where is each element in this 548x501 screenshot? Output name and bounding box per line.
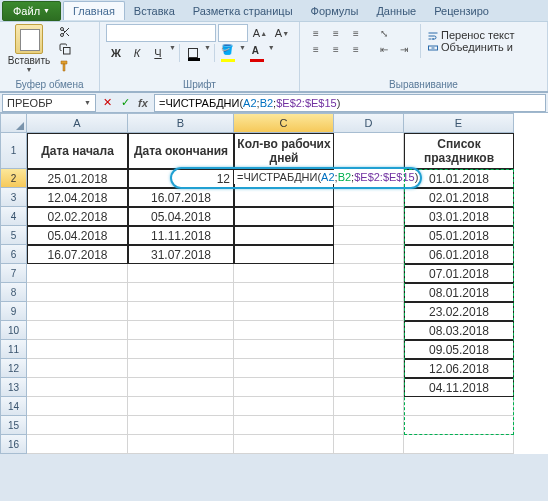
cell-B4[interactable]: 05.04.2018 (128, 207, 234, 226)
cell-D16[interactable] (334, 435, 404, 454)
cell-C14[interactable] (234, 397, 334, 416)
cell-B10[interactable] (128, 321, 234, 340)
cell-D7[interactable] (334, 264, 404, 283)
cell-D11[interactable] (334, 340, 404, 359)
row-header-8[interactable]: 8 (0, 283, 27, 302)
tab-home[interactable]: Главная (63, 1, 125, 20)
cell-B6[interactable]: 31.07.2018 (128, 245, 234, 264)
cell-D12[interactable] (334, 359, 404, 378)
cell-C4[interactable] (234, 207, 334, 226)
cell-E13[interactable]: 04.11.2018 (404, 378, 514, 397)
cell-B7[interactable] (128, 264, 234, 283)
cell-E16[interactable] (404, 435, 514, 454)
cell-B14[interactable] (128, 397, 234, 416)
cell-C13[interactable] (234, 378, 334, 397)
cell-B1[interactable]: Дата окончания (128, 133, 234, 169)
row-header-3[interactable]: 3 (0, 188, 27, 207)
orientation-button[interactable]: ⤡ (374, 25, 394, 41)
cell-D1[interactable] (334, 133, 404, 169)
cell-C6[interactable] (234, 245, 334, 264)
cell-E5[interactable]: 05.01.2018 (404, 226, 514, 245)
row-header-9[interactable]: 9 (0, 302, 27, 321)
row-header-7[interactable]: 7 (0, 264, 27, 283)
cell-E3[interactable]: 02.01.2018 (404, 188, 514, 207)
align-right-button[interactable]: ≡ (346, 41, 366, 57)
font-size-select[interactable] (218, 24, 248, 42)
col-header-B[interactable]: B (128, 113, 234, 133)
row-header-2[interactable]: 2 (0, 169, 27, 188)
cell-E15[interactable] (404, 416, 514, 435)
cell-D13[interactable] (334, 378, 404, 397)
paste-button[interactable]: Вставить ▼ (6, 24, 52, 73)
col-header-A[interactable]: A (27, 113, 128, 133)
cell-E8[interactable]: 08.01.2018 (404, 283, 514, 302)
cell-B13[interactable] (128, 378, 234, 397)
col-header-E[interactable]: E (404, 113, 514, 133)
cell-D10[interactable] (334, 321, 404, 340)
cell-E11[interactable]: 09.05.2018 (404, 340, 514, 359)
decrease-indent-button[interactable]: ⇤ (374, 41, 394, 57)
cell-E6[interactable]: 06.01.2018 (404, 245, 514, 264)
cell-C5[interactable] (234, 226, 334, 245)
select-all-corner[interactable] (0, 113, 27, 133)
cell-A5[interactable]: 05.04.2018 (27, 226, 128, 245)
cell-B9[interactable] (128, 302, 234, 321)
row-header-14[interactable]: 14 (0, 397, 27, 416)
row-header-16[interactable]: 16 (0, 435, 27, 454)
cancel-button[interactable]: ✕ (98, 94, 116, 112)
align-bottom-button[interactable]: ≡ (346, 25, 366, 41)
cell-D6[interactable] (334, 245, 404, 264)
cell-A15[interactable] (27, 416, 128, 435)
cut-button[interactable] (56, 24, 74, 40)
cell-B2[interactable]: 12 (128, 169, 234, 188)
cell-D5[interactable] (334, 226, 404, 245)
increase-font-button[interactable]: A▲ (250, 24, 270, 42)
cell-C10[interactable] (234, 321, 334, 340)
font-color-button[interactable] (247, 44, 267, 62)
cell-C2-editing[interactable]: =ЧИСТРАБДНИ(A2;B2;$E$2:$E$15) (234, 170, 421, 184)
col-header-D[interactable]: D (334, 113, 404, 133)
cell-C12[interactable] (234, 359, 334, 378)
col-header-C[interactable]: C (234, 113, 334, 133)
increase-indent-button[interactable]: ⇥ (394, 41, 414, 57)
cell-E12[interactable]: 12.06.2018 (404, 359, 514, 378)
cell-A16[interactable] (27, 435, 128, 454)
borders-button[interactable] (183, 44, 203, 62)
italic-button[interactable]: К (127, 44, 147, 62)
cell-C7[interactable] (234, 264, 334, 283)
cell-E10[interactable]: 08.03.2018 (404, 321, 514, 340)
cell-D14[interactable] (334, 397, 404, 416)
cell-E1[interactable]: Список праздников (404, 133, 514, 169)
cell-C11[interactable] (234, 340, 334, 359)
align-top-button[interactable]: ≡ (306, 25, 326, 41)
cell-D8[interactable] (334, 283, 404, 302)
copy-button[interactable] (56, 41, 74, 57)
format-painter-button[interactable] (56, 58, 74, 74)
bold-button[interactable]: Ж (106, 44, 126, 62)
cell-C9[interactable] (234, 302, 334, 321)
cell-D3[interactable] (334, 188, 404, 207)
row-header-5[interactable]: 5 (0, 226, 27, 245)
cell-C8[interactable] (234, 283, 334, 302)
cell-E14[interactable] (404, 397, 514, 416)
cell-B8[interactable] (128, 283, 234, 302)
cell-C1[interactable]: Кол-во рабочих дней (234, 133, 334, 169)
cell-A3[interactable]: 12.04.2018 (27, 188, 128, 207)
tab-review[interactable]: Рецензиро (425, 2, 498, 20)
row-header-12[interactable]: 12 (0, 359, 27, 378)
cell-A10[interactable] (27, 321, 128, 340)
cell-A9[interactable] (27, 302, 128, 321)
cell-D4[interactable] (334, 207, 404, 226)
cell-A12[interactable] (27, 359, 128, 378)
row-header-10[interactable]: 10 (0, 321, 27, 340)
formula-bar[interactable]: =ЧИСТРАБДНИ(A2;B2;$E$2:$E$15) (154, 94, 546, 112)
cell-B11[interactable] (128, 340, 234, 359)
cell-D15[interactable] (334, 416, 404, 435)
cell-E7[interactable]: 07.01.2018 (404, 264, 514, 283)
row-header-4[interactable]: 4 (0, 207, 27, 226)
cell-A11[interactable] (27, 340, 128, 359)
cell-D9[interactable] (334, 302, 404, 321)
row-header-13[interactable]: 13 (0, 378, 27, 397)
tab-data[interactable]: Данные (367, 2, 425, 20)
tab-page-layout[interactable]: Разметка страницы (184, 2, 302, 20)
